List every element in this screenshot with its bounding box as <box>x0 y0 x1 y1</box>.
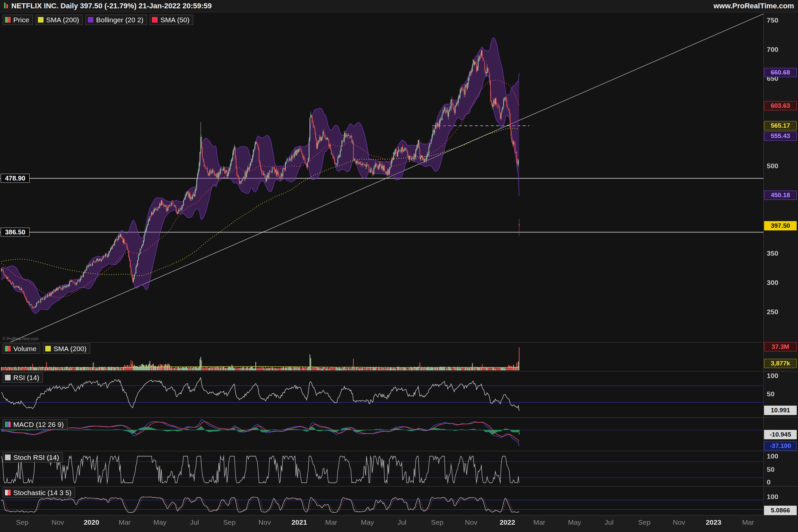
axis-value-badge: 555.43 <box>764 131 797 141</box>
axis-value-badge: 5.0866 <box>764 506 797 515</box>
legend-label-stoch-rsi: Stoch RSI (14) <box>13 453 59 461</box>
price-axis[interactable]: 75070065050035030025010050100500100660.6… <box>763 12 798 532</box>
time-axis-year-label: 2023 <box>706 518 722 526</box>
price-axis-tick: 700 <box>767 45 778 54</box>
price-legend: Price SMA (200) Bollinger (20 2) SMA (50… <box>3 15 193 25</box>
volume-swatch-icon <box>5 345 11 352</box>
price-axis-tick: 300 <box>767 279 778 287</box>
legend-item-volume[interactable]: Volume <box>3 343 40 354</box>
time-axis-year-label: 2020 <box>84 518 99 526</box>
axis-value-badge: 660.68 <box>764 68 797 77</box>
srsi-axis-tick: 100 <box>767 452 778 460</box>
legend-item-volume-sma[interactable]: SMA (200) <box>43 343 90 354</box>
legend-label-sma200: SMA (200) <box>46 16 79 24</box>
sma200-swatch-icon <box>38 17 44 23</box>
price-axis-tick: 500 <box>767 162 778 170</box>
srsi-axis-tick: 50 <box>767 466 774 474</box>
axis-value-badge: -37.100 <box>764 441 797 451</box>
legend-label-volume: Volume <box>13 344 37 353</box>
level-label: 386.50 <box>1 228 30 237</box>
time-axis-month-label: May <box>568 518 581 526</box>
stoch-rsi-legend: Stoch RSI (14) <box>3 452 63 462</box>
bollinger-swatch-icon <box>88 17 94 23</box>
legend-item-stochastic[interactable]: Stochastic (14 3 5) <box>3 488 75 498</box>
time-axis-month-label: May <box>153 518 167 526</box>
time-axis-year-label: 2022 <box>500 518 515 526</box>
rsi-swatch-icon <box>5 374 11 381</box>
legend-item-rsi[interactable]: RSI (14) <box>3 373 43 383</box>
time-axis-month-label: May <box>361 518 374 526</box>
time-axis[interactable]: SepNov2020MarMayJulSepNov2021MarMayJulSe… <box>0 515 798 532</box>
stochastic-swatch-icon <box>5 490 11 496</box>
axis-value-badge: 3,877k <box>764 359 797 368</box>
time-axis-month-label: Nov <box>673 518 685 526</box>
volume-sma-swatch-icon <box>45 345 51 352</box>
time-axis-month-label: Nov <box>465 518 477 526</box>
time-axis-month-label: Mar <box>325 518 337 526</box>
sma50-swatch-icon <box>152 17 158 23</box>
prorealtime-chart-window: NETFLIX INC. Daily 397.50 (-21.79%) 21-J… <box>0 0 798 532</box>
price-swatch-icon <box>5 17 11 23</box>
time-axis-month-label: Sep <box>431 518 443 526</box>
price-axis-tick: 750 <box>767 16 778 24</box>
time-axis-month-label: Mar <box>742 518 754 526</box>
legend-item-price[interactable]: Price <box>3 15 33 25</box>
legend-label-rsi: RSI (14) <box>13 374 39 382</box>
axis-value-badge: 565.17 <box>764 121 797 130</box>
time-axis-month-label: Sep <box>16 518 28 526</box>
time-axis-year-label: 2021 <box>291 518 307 526</box>
time-axis-month-label: Jul <box>605 518 614 526</box>
price-axis-tick: 250 <box>767 308 778 316</box>
axis-value-badge: 397.50 <box>764 221 797 230</box>
legend-label-macd: MACD (12 26 9) <box>13 420 64 429</box>
st-axis-tick: 100 <box>767 493 778 501</box>
website-label: www.ProRealTime.com <box>714 2 794 10</box>
titlebar-left: NETFLIX INC. Daily 397.50 (-21.79%) 21-J… <box>4 2 212 10</box>
time-axis-month-label: Nov <box>52 518 64 526</box>
price-axis-tick: 350 <box>767 249 778 258</box>
legend-label-price: Price <box>13 16 29 24</box>
macd-swatch-icon <box>5 421 11 428</box>
stoch-rsi-swatch-icon <box>5 454 11 460</box>
legend-label-sma50: SMA (50) <box>160 16 190 24</box>
titlebar: NETFLIX INC. Daily 397.50 (-21.79%) 21-J… <box>0 0 798 12</box>
level-label: 478.90 <box>1 174 30 183</box>
time-axis-month-label: Nov <box>258 518 271 526</box>
rsi-legend: RSI (14) <box>3 373 43 383</box>
axis-value-badge: -10.945 <box>764 430 797 439</box>
rsi-axis-tick: 50 <box>767 390 774 398</box>
legend-label-bollinger: Bollinger (20 2) <box>96 16 143 24</box>
time-axis-month-label: Sep <box>638 518 650 526</box>
legend-item-macd[interactable]: MACD (12 26 9) <box>3 419 68 430</box>
rsi-axis-tick: 100 <box>767 372 778 380</box>
axis-value-badge: 10.991 <box>764 406 797 415</box>
time-axis-month-label: Mar <box>119 518 131 526</box>
chart-title: NETFLIX INC. Daily 397.50 (-21.79%) 21-J… <box>11 2 212 10</box>
legend-item-bollinger[interactable]: Bollinger (20 2) <box>86 15 147 25</box>
volume-legend: Volume SMA (200) <box>3 343 90 354</box>
chart-canvas[interactable] <box>0 0 798 532</box>
srsi-axis-tick: 0 <box>767 478 771 486</box>
time-axis-month-label: Jul <box>190 518 199 526</box>
axis-value-badge: 450.18 <box>764 191 797 200</box>
legend-label-stochastic: Stochastic (14 3 5) <box>13 489 72 497</box>
watermark: © ProRealTime.com <box>3 337 39 341</box>
stochastic-legend: Stochastic (14 3 5) <box>3 488 75 498</box>
axis-value-badge: 603.63 <box>764 101 797 110</box>
legend-item-sma200[interactable]: SMA (200) <box>36 15 83 25</box>
time-axis-month-label: Mar <box>533 518 545 526</box>
time-axis-month-label: Sep <box>223 518 235 526</box>
legend-item-stoch-rsi[interactable]: Stoch RSI (14) <box>3 452 63 462</box>
macd-legend: MACD (12 26 9) <box>3 419 68 430</box>
legend-item-sma50[interactable]: SMA (50) <box>150 15 193 25</box>
legend-label-volume-sma: SMA (200) <box>54 344 87 353</box>
candlestick-icon <box>4 3 8 10</box>
time-axis-month-label: Jul <box>398 518 407 526</box>
axis-value-badge: 37.3M <box>764 342 797 352</box>
